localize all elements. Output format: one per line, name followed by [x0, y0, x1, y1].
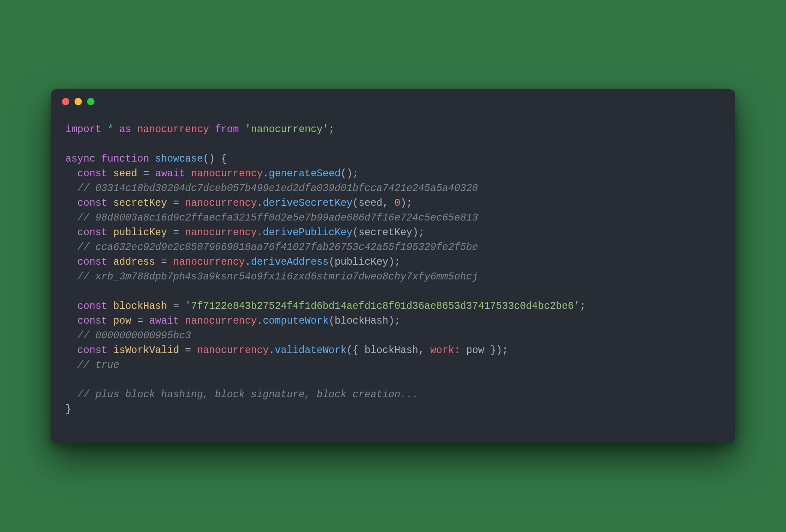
code-token [107, 301, 114, 312]
code-line: const seed = await nanocurrency.generate… [65, 166, 721, 181]
code-token: blockHash [113, 301, 167, 312]
code-token: , [418, 345, 430, 356]
code-token: = [167, 227, 185, 238]
code-window: import * as nanocurrency from 'nanocurre… [51, 89, 735, 443]
code-token: address [113, 256, 155, 268]
minimize-icon[interactable] [75, 98, 82, 105]
code-token [101, 124, 107, 135]
code-block: import * as nanocurrency from 'nanocurre… [51, 114, 735, 443]
code-token: ); [388, 315, 400, 327]
code-token [107, 345, 114, 356]
zoom-icon[interactable] [87, 98, 94, 105]
code-token: const [78, 315, 107, 327]
code-token [95, 153, 101, 165]
code-line: // plus block hashing, block signature, … [65, 387, 721, 402]
code-token: // xrb_3m788dpb7ph4s3a9ksnr54o9fx1i6zxd6… [78, 271, 478, 282]
code-token: // cca632ec92d9e2c85079669818aa76f41027f… [78, 242, 478, 253]
code-token: } [65, 404, 71, 415]
code-token: 0 [394, 198, 400, 209]
code-token: nanocurrency [137, 124, 209, 135]
code-token: ( [328, 256, 335, 268]
code-token: . [245, 256, 251, 268]
code-token: , [383, 198, 395, 209]
code-token: isWorkValid [113, 345, 179, 356]
code-token: nanocurrency [197, 345, 269, 356]
code-line: // 03314c18bd30204dc7dceb057b499e1ed2dfa… [65, 181, 721, 196]
code-token: as [119, 124, 131, 135]
code-token: . [257, 315, 263, 327]
code-line: const publicKey = nanocurrency.derivePub… [65, 225, 721, 240]
close-icon[interactable] [62, 98, 69, 105]
code-token: nanocurrency [185, 227, 257, 238]
code-token: ({ [347, 345, 364, 356]
code-token: . [257, 227, 263, 238]
code-token: async [65, 153, 95, 165]
code-token: work [430, 345, 454, 356]
code-token: blockHash [335, 315, 388, 327]
code-token: validateWork [275, 345, 347, 356]
code-line: // cca632ec92d9e2c85079669818aa76f41027f… [65, 240, 721, 255]
code-token [107, 198, 114, 209]
code-token: ( [353, 227, 359, 238]
code-token: secretKey [113, 198, 167, 209]
code-token: : [454, 345, 466, 356]
code-line: const secretKey = nanocurrency.deriveSec… [65, 196, 721, 211]
code-token: import [65, 124, 101, 135]
code-token: publicKey [113, 227, 167, 238]
code-token [239, 124, 245, 135]
code-token: nanocurrency [173, 256, 245, 268]
code-line: const address = nanocurrency.deriveAddre… [65, 255, 721, 269]
code-token: ( [353, 198, 359, 209]
code-token: () { [203, 153, 227, 165]
code-token: . [269, 345, 275, 356]
code-token: ); [412, 227, 425, 238]
code-line [65, 284, 721, 299]
code-token [107, 315, 114, 327]
code-line [65, 137, 721, 152]
code-token: const [78, 168, 107, 179]
code-line: // xrb_3m788dpb7ph4s3a9ksnr54o9fx1i6zxd6… [65, 269, 721, 284]
code-line: const pow = await nanocurrency.computeWo… [65, 314, 721, 328]
code-token: deriveSecretKey [263, 198, 353, 209]
code-token: publicKey [335, 256, 388, 268]
code-token [107, 168, 114, 179]
code-line [65, 373, 721, 387]
code-token: ; [580, 301, 586, 312]
code-line: const isWorkValid = nanocurrency.validat… [65, 343, 721, 358]
stage: import * as nanocurrency from 'nanocurre… [0, 0, 786, 532]
code-token: // 98d8003a8c16d9c2ffaecfa3215ff0d2e5e7b… [78, 212, 478, 224]
code-token [107, 256, 114, 268]
code-token: = [167, 301, 185, 312]
code-token: // true [78, 360, 120, 371]
code-token: = [167, 198, 185, 209]
code-token: computeWork [263, 315, 329, 327]
code-token: secretKey [358, 227, 412, 238]
code-token: = [131, 315, 149, 327]
code-token [209, 124, 215, 135]
code-token: await [155, 168, 185, 179]
code-line: async function showcase() { [65, 152, 721, 166]
code-token: const [78, 345, 107, 356]
code-token: const [78, 256, 107, 268]
code-token: // 03314c18bd30204dc7dceb057b499e1ed2dfa… [78, 183, 478, 194]
code-token: pow [113, 315, 131, 327]
code-token [149, 153, 155, 165]
code-token: // plus block hashing, block signature, … [78, 389, 419, 400]
code-token: * [107, 124, 114, 135]
code-token: ( [328, 315, 335, 327]
code-token: generateSeed [269, 168, 341, 179]
code-line: // 98d8003a8c16d9c2ffaecfa3215ff0d2e5e7b… [65, 211, 721, 225]
code-token: function [101, 153, 149, 165]
code-token: seed [113, 168, 137, 179]
code-token: nanocurrency [191, 168, 263, 179]
code-token: nanocurrency [185, 315, 257, 327]
code-token: (); [341, 168, 358, 179]
code-line: } [65, 402, 721, 417]
code-token: 'nanocurrency' [245, 124, 328, 135]
code-token: const [78, 301, 107, 312]
code-line: const blockHash = '7f7122e843b27524f4f1d… [65, 299, 721, 314]
code-token: ); [400, 198, 412, 209]
code-token: seed [358, 198, 382, 209]
code-token: ; [328, 124, 335, 135]
code-line: // 0000000000995bc3 [65, 328, 721, 343]
